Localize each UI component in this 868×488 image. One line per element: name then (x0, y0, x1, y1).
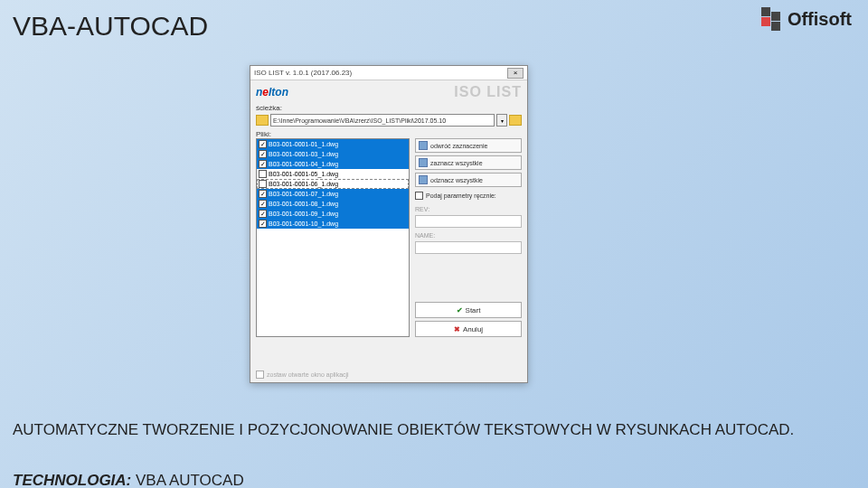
offisoft-icon (761, 7, 780, 31)
invert-icon (419, 141, 428, 150)
file-row[interactable]: ✓B03-001-0001-07_1.dwg (257, 189, 409, 199)
check-icon: ✔ (457, 306, 463, 314)
file-checkbox[interactable]: ✓ (259, 160, 267, 168)
deselect-all-icon (419, 175, 428, 184)
path-dropdown[interactable]: ▾ (496, 114, 507, 127)
folder-icon[interactable] (256, 115, 269, 126)
dialog-header: nelton ISO LIST (250, 80, 527, 104)
files-label: Pliki: (250, 130, 527, 138)
file-name: B03-001-0001-03_1.dwg (269, 151, 338, 157)
path-label: ścieżka: (250, 104, 527, 112)
deselect-all-button[interactable]: odznacz wszystkie (415, 173, 522, 187)
file-name: B03-001-0001-07_1.dwg (269, 191, 338, 197)
file-checkbox[interactable] (259, 170, 267, 178)
file-checkbox[interactable]: ✓ (259, 140, 267, 148)
file-name: B03-001-0001-10_1.dwg (269, 221, 338, 227)
path-row: E:\Inne\Programowanie\VBA\zrerz\ISO_LIST… (250, 112, 527, 130)
file-name: B03-001-0001-06_1.dwg (269, 181, 338, 187)
file-row[interactable]: ✓B03-001-0001-10_1.dwg (257, 219, 409, 229)
technology-line: TECHNOLOGIA: VBA AUTOCAD (13, 472, 244, 488)
dialog-footer: zostaw otwarte okno aplikacji (256, 371, 522, 379)
path-input[interactable]: E:\Inne\Programowanie\VBA\zrerz\ISO_LIST… (270, 114, 495, 127)
file-row[interactable]: ✓B03-001-0001-01_1.dwg (257, 139, 409, 149)
file-row[interactable]: ✓B03-001-0001-04_1.dwg (257, 159, 409, 169)
file-name: B03-001-0001-05_1.dwg (269, 171, 338, 177)
file-row[interactable]: B03-001-0001-05_1.dwg (257, 169, 409, 179)
iso-list-heading: ISO LIST (288, 84, 522, 100)
file-checkbox[interactable]: ✓ (259, 190, 267, 198)
file-row[interactable]: ✓B03-001-0001-09_1.dwg (257, 209, 409, 219)
slide-description: AUTOMATYCZNE TWORZENIE I POZYCJONOWANIE … (13, 420, 855, 441)
keep-open-label: zostaw otwarte okno aplikacji (267, 371, 349, 378)
name-input[interactable] (415, 241, 522, 254)
browse-button[interactable] (509, 115, 522, 126)
files-list[interactable]: ✓B03-001-0001-01_1.dwg✓B03-001-0001-03_1… (256, 138, 410, 337)
file-row[interactable]: ✓B03-001-0001-03_1.dwg (257, 149, 409, 159)
name-label: NAME: (415, 232, 522, 239)
file-row[interactable]: ✓B03-001-0001-08_1.dwg (257, 199, 409, 209)
file-checkbox[interactable]: ✓ (259, 220, 267, 228)
file-checkbox[interactable]: ✓ (259, 200, 267, 208)
keep-open-checkbox[interactable] (256, 371, 264, 379)
file-name: B03-001-0001-08_1.dwg (269, 201, 338, 207)
manual-params-checkbox[interactable]: Podaj parametry ręcznie: (415, 190, 522, 202)
invert-selection-button[interactable]: odwróć zaznaczenie (415, 138, 522, 153)
select-all-icon (419, 158, 428, 167)
cancel-button[interactable]: ✖ Anuluj (415, 321, 522, 337)
rev-input[interactable] (415, 215, 522, 228)
dialog-titlebar[interactable]: ISO LIST v. 1.0.1 (2017.06.23) × (250, 66, 527, 80)
page-title: VBA-AUTOCAD (13, 11, 208, 42)
brand-logo: Offisoft (761, 7, 852, 31)
close-icon: × (514, 69, 518, 77)
file-row[interactable]: B03-001-0001-06_1.dwg (257, 179, 409, 189)
file-checkbox[interactable]: ✓ (259, 150, 267, 158)
brand-name: Offisoft (788, 9, 852, 30)
rev-label: REV: (415, 206, 522, 212)
file-name: B03-001-0001-09_1.dwg (269, 211, 338, 217)
cancel-icon: ✖ (454, 325, 460, 333)
file-name: B03-001-0001-01_1.dwg (269, 141, 338, 147)
file-checkbox[interactable]: ✓ (259, 210, 267, 218)
close-button[interactable]: × (507, 68, 524, 79)
start-button[interactable]: ✔ Start (415, 302, 522, 318)
iso-list-dialog: ISO LIST v. 1.0.1 (2017.06.23) × nelton … (250, 65, 528, 383)
dialog-title: ISO LIST v. 1.0.1 (2017.06.23) (254, 69, 507, 77)
nelton-logo: nelton (256, 86, 288, 99)
select-all-button[interactable]: zaznacz wszystkie (415, 155, 522, 170)
file-name: B03-001-0001-04_1.dwg (269, 161, 338, 167)
file-checkbox[interactable] (259, 180, 267, 188)
checkbox-icon (415, 192, 423, 200)
